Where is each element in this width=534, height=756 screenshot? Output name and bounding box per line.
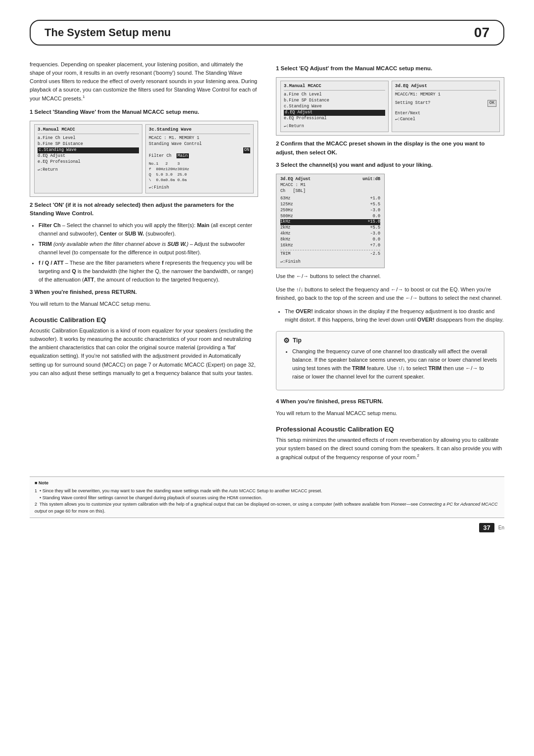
tip-text: Changing the frequency curve of one chan… [292,347,497,381]
screen-item-2: b.Fine SP Distance [38,142,139,147]
table-cell: Q [149,172,156,177]
screen-left-body: a.Fine Ch Level b.Fine SP Distance c.Sta… [38,136,139,173]
eq-header-title: 3d.EQ Adjust [280,177,311,183]
note-2-link: Connecting a PC for Advanced MCACC outpu… [35,502,497,514]
page-title: The System Setup menu [44,26,171,39]
screen-on-value: ON [243,147,250,153]
step2-left-heading: 2 Select 'ON' (if it is not already sele… [30,201,258,219]
eq-row-1k-highlighted: 1kHz+15.0 [280,219,380,225]
eq-row-16k: 16kHz+7.0 [280,243,380,249]
eq-row-500: 500Hz0.0 [280,214,380,220]
tip-heading: ⚙ Tip [283,336,497,344]
step4-right-heading: 4 When you're finished, press RETURN. [276,397,504,406]
eq-freq: 1kHz [280,219,290,225]
eq-val: 0.0 [373,214,380,220]
table-cell: 25.0 [178,172,189,177]
step1-right-heading: 1 Select 'EQ Adjust' from the Manual MCA… [276,64,504,73]
table-cell: 3.0 [166,172,178,177]
screen2-setting-label: Setting Start? [395,100,430,106]
screen-filter: Filter Ch Main [149,153,250,159]
eq-mcacc-row: MCACC : M1 [280,183,380,189]
tip-box: ⚙ Tip Changing the frequency curve of on… [276,331,504,390]
screen-right-header: 3c.Standing Wave [149,127,250,135]
text-subw: SUB W. [125,231,144,236]
screen-finish: ↵:Finish [149,185,250,191]
language-label: En [498,525,504,530]
bullet-trim: TRIM (only available when the filter cha… [39,240,258,257]
table-row-f: f 80Hz 120Hz 301Hz [149,166,189,172]
pro-heading: Professional Acoustic Calibration EQ [276,425,504,433]
table-row-header: No. 1 2 3 [149,161,189,166]
left-column: frequencies. Depending on speaker placem… [30,60,258,467]
screen-item-3-highlighted: c.Standing Wave [38,147,139,153]
eq-val: +7.0 [370,243,380,249]
eq-freq: 4kHz [280,231,290,237]
screen-item-5: e.EQ Professional [38,159,139,165]
eq-row-125: 125Hz+5.5 [280,202,380,208]
eq-row-4k: 4kHz-3.0 [280,231,380,237]
table-cell: 1 [156,161,165,166]
table-cell: 80Hz [156,166,165,172]
eq-freq: 250Hz [280,208,293,214]
header-bar: The System Setup menu 07 [30,20,504,46]
text-center: Center [100,231,117,236]
eq-freq: 500Hz [280,214,293,220]
pro-text: This setup minimizes the unwanted effect… [276,436,504,462]
screen2-item-2: b.Fine SP Distance [284,98,385,104]
bullet-label-fqa: f / Q / ATT [39,260,64,266]
eq-val: +15.0 [367,219,380,225]
over-label-2: OVER! [417,317,435,323]
eq-ch-row: Ch [SBL] [280,189,380,194]
chapter-number: 07 [474,25,490,41]
screen2-return: ↵:Return [284,124,385,130]
eq-freq: 2kHz [280,225,290,231]
table-cell: 0.0a [178,177,189,183]
bullet-filter-ch: Filter Ch – Select the channel to which … [39,221,258,238]
screen2-cancel: ↵:Cancel [395,117,496,123]
eq-finish: ↵:Finish [280,259,380,265]
screen-eq-detail: 3d.EQ Adjust unit:dB MCACC : M1 Ch [SBL]… [276,174,385,268]
screen2-item-4-highlighted: d.EQ Adjust [284,110,385,116]
eq-row-trim: TRIM-2.5 [280,251,380,257]
bullet-list-filters: Filter Ch – Select the channel to which … [30,221,258,284]
main-content: frequencies. Depending on speaker placem… [30,60,504,467]
eq-screen-header: 3d.EQ Adjust unit:dB [280,177,380,183]
eq-val: -3.0 [370,231,380,237]
screen-return-1: ↵:Return [38,167,139,173]
att-label: ATT [84,277,94,283]
step2-right-heading: 2 Confirm that the MCACC preset shown in… [276,140,504,157]
eq-freq: 63Hz [280,196,290,202]
screen2-left-header: 3.Manual MCACC [284,83,385,91]
screen-standing-wave: 3.Manual MCACC a.Fine Ch Level b.Fine SP… [30,121,258,197]
eq-row-250: 250Hz-3.0 [280,208,380,214]
bullet-label-filterch: Filter Ch [39,222,61,228]
table-row-q: Q 5.0 3.0 25.0 [149,172,189,177]
bullet-label-trim: TRIM [39,241,52,247]
note-heading: ■ Note [35,480,499,487]
trim-subw: SUB W. [167,241,186,247]
table-row-att: \ 0.0a 0.0a 0.0a [149,177,189,183]
footnote-ref-2: 2 [417,453,419,458]
eq-val: +1.0 [370,196,380,202]
eq-freq: 125Hz [280,202,293,208]
screen2-right-panel: 3d.EQ Adjust MCACC/M1: MEMORY 1 Setting … [392,81,500,132]
filter-table: No. 1 2 3 f 80Hz 120Hz 301Hz [149,161,189,183]
eq-freq: TRIM [280,251,290,257]
use-buttons-1: Use the ←/→ buttons to select the channe… [276,272,504,281]
tip-bullet-list: Changing the frequency curve of one chan… [283,347,497,381]
screen-on-row: ON [149,147,250,153]
tip-trim: TRIM [352,365,365,371]
eq-freq: 8kHz [280,237,290,243]
acoustic-heading: Acoustic Calibration EQ [30,316,258,324]
trim-note: (only available when the filter channel … [53,241,188,247]
eq-val: +5.5 [370,202,380,208]
step4-right-text: You will return to the Manual MCACC setu… [276,409,504,418]
eq-ch-label: Ch [SBL] [280,189,306,194]
use-buttons-2: Use the ↑/↓ buttons to select the freque… [276,285,504,302]
screen2-mcacc: MCACC/M1: MEMORY 1 [395,92,496,98]
table-cell: 2 [166,161,178,166]
eq-header-unit: unit:dB [362,177,380,183]
screen2-left-panel: 3.Manual MCACC a.Fine Ch Level b.Fine SP… [280,81,389,132]
eq-freq: 16kHz [280,243,293,249]
table-cell: No. [149,161,156,166]
